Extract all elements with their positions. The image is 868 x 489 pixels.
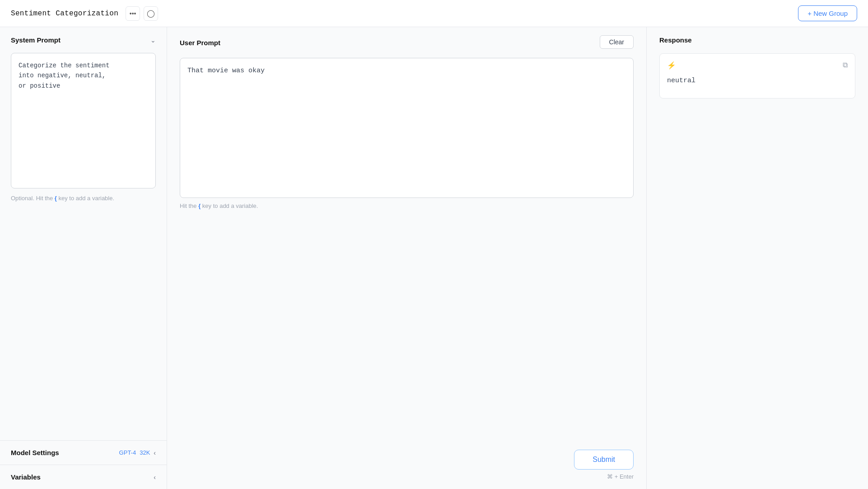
copy-icon[interactable]: ⧉: [843, 61, 848, 70]
main-layout: System Prompt ⌄ Optional. Hit the { key …: [0, 27, 868, 489]
hint-suffix: key to add a variable.: [57, 195, 114, 202]
submit-area: Submit ⌘ + Enter: [167, 441, 646, 489]
history-icon: ◯: [147, 9, 155, 18]
middle-panel: User Prompt Clear Hit the { key to add a…: [167, 27, 647, 489]
system-prompt-header[interactable]: System Prompt ⌄: [0, 27, 167, 53]
new-group-button[interactable]: + New Group: [798, 5, 857, 21]
right-panel: Response ⚡ ⧉ neutral: [647, 27, 868, 489]
user-hint-suffix: key to add a variable.: [201, 202, 258, 209]
variables-row[interactable]: Variables ‹: [0, 465, 167, 489]
response-box-icons: ⚡ ⧉: [667, 61, 848, 70]
model-settings-row[interactable]: Model Settings GPT-4 32K ‹: [0, 440, 167, 465]
system-prompt-textarea[interactable]: [11, 53, 156, 188]
left-panel: System Prompt ⌄ Optional. Hit the { key …: [0, 27, 167, 489]
chevron-down-icon: ⌄: [150, 37, 156, 44]
submit-button[interactable]: Submit: [574, 450, 634, 470]
collapse-icon: ‹: [154, 449, 156, 456]
variables-collapse-icon: ‹: [154, 474, 156, 481]
clear-button[interactable]: Clear: [600, 35, 634, 49]
response-header: Response: [647, 27, 868, 53]
user-prompt-label: User Prompt: [180, 39, 220, 47]
response-box: ⚡ ⧉ neutral: [659, 53, 855, 99]
header-icons: ••• ◯: [126, 6, 158, 21]
flash-icon: ⚡: [667, 61, 676, 70]
user-prompt-hint: Hit the { key to add a variable.: [180, 202, 634, 209]
middle-header: User Prompt Clear: [167, 27, 646, 58]
hint-prefix: Optional. Hit the: [11, 195, 55, 202]
variables-label: Variables: [11, 473, 41, 481]
response-label: Response: [659, 36, 692, 44]
more-options-icon: •••: [130, 10, 136, 17]
system-prompt-label: System Prompt: [11, 36, 61, 44]
model-settings-right: GPT-4 32K ‹: [119, 449, 156, 456]
model-size: 32K: [140, 449, 150, 456]
page-title: Sentiment Categorization: [11, 9, 118, 18]
user-prompt-textarea[interactable]: [180, 58, 634, 198]
middle-content: Hit the { key to add a variable.: [167, 58, 646, 441]
model-name: GPT-4: [119, 449, 136, 456]
model-settings-label: Model Settings: [11, 449, 59, 456]
shortcut-hint: ⌘ + Enter: [607, 473, 634, 480]
user-hint-prefix: Hit the: [180, 202, 198, 209]
response-content: ⚡ ⧉ neutral: [647, 53, 868, 99]
more-options-button[interactable]: •••: [126, 6, 140, 21]
system-prompt-hint: Optional. Hit the { key to add a variabl…: [11, 195, 156, 202]
system-prompt-content: Optional. Hit the { key to add a variabl…: [0, 53, 167, 440]
history-button[interactable]: ◯: [144, 6, 158, 21]
response-text: neutral: [667, 77, 848, 85]
header: Sentiment Categorization ••• ◯ + New Gro…: [0, 0, 868, 27]
